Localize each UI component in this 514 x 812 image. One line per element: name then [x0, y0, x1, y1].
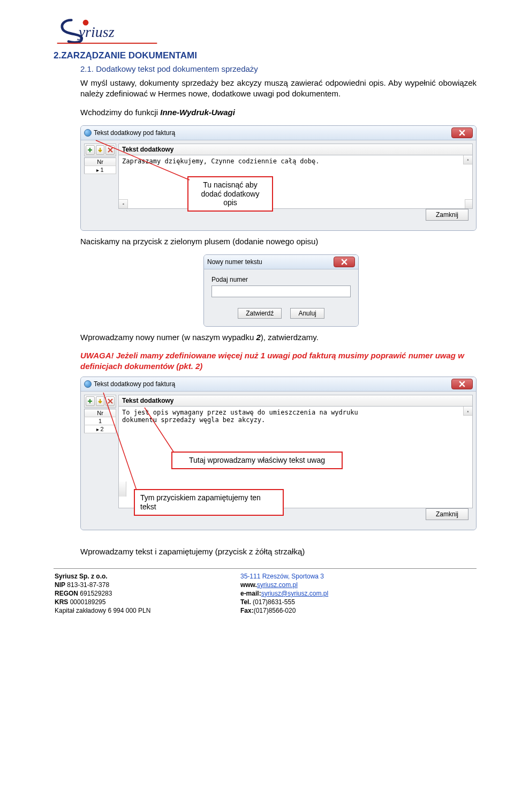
nr-header: Nr: [85, 409, 116, 417]
close-icon: [459, 130, 465, 136]
subsection-heading: 2.1. Dodatkowy tekst pod dokumentem sprz…: [80, 64, 477, 73]
nr-table: Nr 1: [84, 157, 116, 174]
close-button[interactable]: [451, 379, 473, 389]
number-input[interactable]: [211, 285, 351, 297]
save-button[interactable]: [96, 396, 105, 406]
scroll-left[interactable]: ◂: [119, 199, 128, 208]
close-button[interactable]: [334, 257, 355, 267]
footer-email-link[interactable]: syriusz@syriusz.com.pl: [261, 590, 329, 597]
warning-note: UWAGA! Jeżeli mamy zdefiniowane więcej n…: [80, 350, 477, 371]
paragraph-5: Wprowadzamy tekst i zapamiętujemy (przyc…: [80, 546, 477, 557]
dialog-label: Podaj numer: [211, 276, 351, 283]
scroll-up[interactable]: ▴: [463, 407, 472, 416]
add-button[interactable]: [86, 145, 95, 155]
save-button[interactable]: [96, 145, 105, 155]
close-icon: [459, 381, 465, 387]
nr-row[interactable]: 1: [85, 417, 116, 425]
callout-add-description: Tu nacisnąć aby dodać dodatkowy opis: [187, 176, 273, 212]
footer-www-link[interactable]: syriusz.com.pl: [257, 581, 298, 589]
logo: yriusz: [54, 16, 477, 47]
resize-grip[interactable]: [465, 199, 472, 208]
window-title: Tekst dodatkowy pod fakturą: [94, 380, 451, 388]
footer: Syriusz Sp. z o.o. NIP 813-31-87-378 REG…: [54, 571, 477, 616]
close-window-button[interactable]: Zamknij: [426, 209, 468, 221]
paragraph-1: W myśl ustawy, dokumenty sprzedaży bez a…: [80, 78, 477, 100]
add-button[interactable]: [86, 396, 95, 406]
nr-row[interactable]: 2: [85, 425, 116, 433]
paragraph-4: Wprowadzamy nowy numer (w naszym wypadku…: [80, 332, 477, 343]
paragraph-3: Naciskamy na przycisk z zielonym plusem …: [80, 236, 477, 247]
confirm-button[interactable]: Zatwierdź: [238, 308, 282, 319]
syriusz-logo: yriusz: [54, 16, 161, 46]
close-button[interactable]: [451, 127, 473, 138]
scroll-up[interactable]: ▴: [463, 155, 472, 164]
cancel-button[interactable]: Anuluj: [290, 308, 324, 319]
scroll-thumb[interactable]: [119, 482, 126, 497]
nr-header: Nr: [85, 157, 116, 166]
delete-button[interactable]: [105, 145, 115, 155]
window-title: Tekst dodatkowy pod fakturą: [94, 129, 451, 137]
callout-save-button: Tym przyciskiem zapamiętujemy ten tekst: [134, 489, 284, 516]
delete-button[interactable]: [105, 396, 115, 406]
text-column-header: Tekst dodatkowy: [118, 395, 473, 407]
text-column-header: Tekst dodatkowy: [118, 144, 473, 155]
close-window-button[interactable]: Zamknij: [426, 508, 468, 520]
svg-text:yriusz: yriusz: [77, 24, 115, 41]
toolbar: [84, 144, 116, 156]
toolbar: [84, 395, 116, 408]
close-icon: [341, 259, 347, 265]
section-heading: 2.ZARZĄDZANIE DOKUMENTAMI: [54, 50, 477, 61]
text-area[interactable]: Zapraszamy dziękujemy, Czynne codziennie…: [118, 155, 473, 209]
nr-row[interactable]: 1: [85, 166, 116, 174]
dialog-title: Nowy numer tekstu: [207, 258, 334, 266]
globe-icon: [84, 380, 92, 388]
window-tekst-dodatkowy-1: Tekst dodatkowy pod fakturą Nr: [80, 125, 477, 231]
callout-enter-text: Tutaj wprowadzamy właściwy tekst uwag: [171, 452, 343, 469]
paragraph-2: Wchodzimy do funkcji Inne-Wydruk-Uwagi: [80, 107, 477, 118]
dialog-nowy-numer: Nowy numer tekstu Podaj numer Zatwierdź …: [203, 254, 359, 327]
nr-table: Nr 1 2: [84, 409, 116, 433]
globe-icon: [84, 129, 92, 137]
